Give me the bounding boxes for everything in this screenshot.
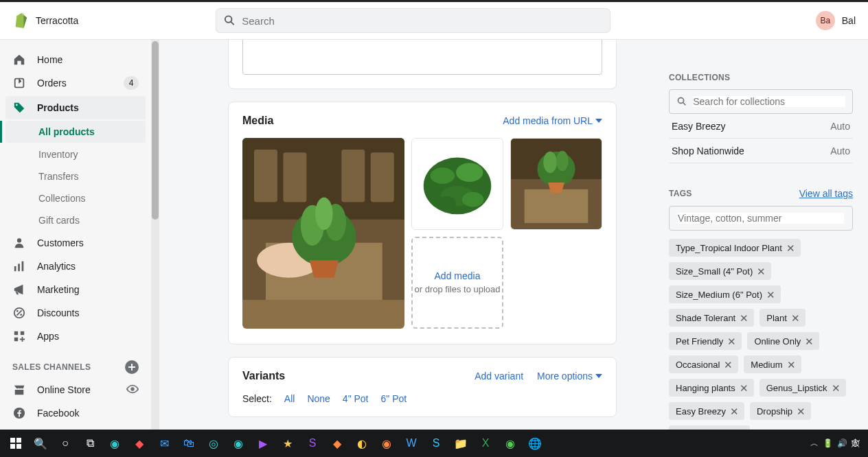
tag-remove-icon[interactable]: ✕ [805,336,814,347]
search-input[interactable] [242,15,603,27]
media-upload-zone[interactable]: Add media or drop files to upload [411,237,503,329]
nav-orders[interactable]: Orders 4 [0,71,151,95]
sidebar-scroll-thumb[interactable] [152,41,159,220]
nav-analytics[interactable]: Analytics [0,255,151,278]
nav-products[interactable]: Products [5,96,146,119]
tag-remove-icon[interactable]: ✕ [787,360,796,370]
taskbar-app-5[interactable]: ◎ [202,430,225,457]
tag-chip: Pet Friendly✕ [669,332,742,350]
taskbar-app-word[interactable]: W [400,430,423,457]
tray-chevron-icon[interactable]: ︿ [810,438,819,449]
subnav-all-products[interactable]: All products [5,121,146,143]
taskbar-app-10[interactable]: ◆ [326,430,349,457]
windows-taskbar: 🔍 ○ ⧉ ◉ ◆ ✉ 🛍 ◎ ◉ ▶ ★ S ◆ ◐ ◉ W S 📁 X ◉ … [0,430,868,457]
orders-icon [12,76,26,90]
media-thumbnail-2[interactable] [411,138,503,230]
collection-row[interactable]: Easy Breezy Auto [669,114,853,139]
cortana-icon[interactable]: ○ [54,430,77,457]
more-options-button[interactable]: More options [537,371,602,382]
select-none[interactable]: None [307,393,330,404]
svg-point-24 [315,198,332,231]
tray-volume-icon[interactable]: 🔊 [837,438,847,448]
select-4pot[interactable]: 4" Pot [343,393,369,404]
media-thumbnail-1[interactable] [242,138,404,329]
collections-label: COLLECTIONS [669,73,853,82]
start-button[interactable] [4,430,27,457]
tag-chip: Medium✕ [744,355,801,373]
tray-network-icon[interactable]: 🕸 [852,438,860,448]
taskbar-app-7[interactable]: ▶ [251,430,275,457]
taskbar-app-9[interactable]: S [301,430,324,457]
collections-search-input[interactable] [693,96,845,107]
view-all-tags[interactable]: View all tags [799,188,853,199]
collections-search[interactable] [669,89,853,114]
add-channel-button[interactable] [125,360,139,374]
view-store-icon[interactable] [126,383,139,397]
taskbar-app-2[interactable]: ◆ [128,430,151,457]
taskbar-app-skype[interactable]: S [424,430,448,457]
nav-marketing[interactable]: Marketing [0,278,151,301]
tag-remove-icon[interactable]: ✕ [727,336,736,347]
tag-remove-icon[interactable]: ✕ [766,290,775,300]
taskbar-app-chrome[interactable]: 🌐 [523,430,547,457]
svg-rect-10 [14,338,18,341]
add-media-button[interactable]: Add media [435,270,481,281]
variants-card: Variants Add variant More options Select… [228,357,617,417]
tag-chip: Hanging plants✕ [669,379,754,397]
taskbar-app-store[interactable]: 🛍 [177,430,201,457]
taskbar-app-edge[interactable]: ◉ [103,430,126,457]
task-view-icon[interactable]: ⧉ [78,430,102,457]
sidebar-scrollbar[interactable] [151,40,159,430]
tags-input[interactable] [678,213,844,224]
taskbar-app-mail[interactable]: ✉ [152,430,176,457]
nav-apps[interactable]: Apps [0,325,151,348]
nav-online-store[interactable]: Online Store [0,378,151,401]
tag-remove-icon[interactable]: ✕ [757,266,766,277]
description-editor[interactable]: are in the Boulder, CO area! [242,40,602,75]
tray-battery-icon[interactable]: 🔋 [823,438,833,448]
media-thumbnail-3[interactable] [510,138,602,230]
tags-label: TAGS [669,189,692,198]
select-all[interactable]: All [284,393,295,404]
tag-remove-icon[interactable]: ✕ [786,243,795,253]
taskbar-search-icon[interactable]: 🔍 [29,430,52,457]
taskbar-app-17[interactable]: ◉ [499,430,522,457]
taskbar-app-11[interactable]: ◐ [350,430,374,457]
tag-remove-icon[interactable]: ✕ [740,313,749,323]
tag-remove-icon[interactable]: ✕ [791,313,800,323]
svg-point-6 [16,310,19,312]
description-card: are in the Boulder, CO area! [228,40,617,89]
user-name: Bal [842,15,856,26]
taskbar-app-12[interactable]: ◉ [375,430,398,457]
tag-remove-icon[interactable]: ✕ [797,406,806,417]
tags-input-wrap[interactable] [669,206,853,231]
svg-point-30 [435,196,456,210]
taskbar-app-explorer[interactable]: 📁 [449,430,472,457]
tag-remove-icon[interactable]: ✕ [832,383,841,393]
svg-point-11 [130,387,134,390]
avatar[interactable]: Ba [816,11,835,30]
global-search[interactable] [216,8,610,33]
svg-rect-18 [371,152,394,202]
subnav-collections[interactable]: Collections [0,187,151,209]
subnav-transfers[interactable]: Transfers [0,165,151,187]
add-variant-button[interactable]: Add variant [475,371,523,382]
svg-point-1 [17,238,21,242]
add-media-url-button[interactable]: Add media from URL [503,115,602,126]
nav-home[interactable]: Home [0,48,151,71]
taskbar-app-8[interactable]: ★ [276,430,299,457]
subnav-inventory[interactable]: Inventory [0,143,151,165]
select-6pot[interactable]: 6" Pot [381,393,407,404]
tag-remove-icon[interactable]: ✕ [724,360,733,370]
tag-chip: Size_Medium (6" Pot)✕ [669,285,781,303]
nav-discounts[interactable]: Discounts [0,301,151,325]
tag-remove-icon[interactable]: ✕ [740,383,749,393]
nav-customers[interactable]: Customers [0,231,151,255]
subnav-gift-cards[interactable]: Gift cards [0,209,151,231]
taskbar-app-6[interactable]: ◉ [227,430,250,457]
collection-row[interactable]: Shop Nationwide Auto [669,139,853,163]
taskbar-app-excel[interactable]: X [474,430,497,457]
tag-label: Shade Tolerant [676,313,735,323]
tag-remove-icon[interactable]: ✕ [730,406,739,417]
nav-facebook[interactable]: Facebook [0,401,151,425]
